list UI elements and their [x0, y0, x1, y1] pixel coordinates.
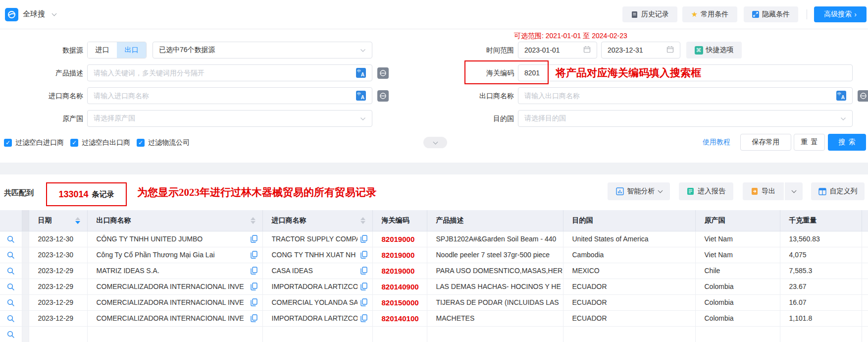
translate-icon[interactable]: 中 A [836, 91, 846, 101]
hide-conditions-button[interactable]: 隐藏条件 [744, 6, 798, 22]
column-header-date[interactable]: 日期 [29, 210, 87, 231]
dest-country-label: 目的国 [455, 110, 514, 127]
row-detail-magnifier-icon[interactable] [7, 315, 15, 323]
copy-icon[interactable] [360, 267, 367, 275]
export-file-icon [751, 187, 758, 195]
copy-icon[interactable] [251, 283, 257, 290]
row-detail-magnifier-icon[interactable] [7, 251, 15, 259]
product-desc-field: 中 A [87, 64, 372, 81]
cell-date: 2023-12-30 [29, 231, 87, 247]
row-detail-magnifier-icon[interactable] [7, 267, 15, 275]
cell-destination: ECUADOR [563, 310, 695, 326]
copy-icon[interactable] [251, 251, 257, 259]
match-mode-toggle-icon[interactable] [858, 90, 868, 102]
row-detail-magnifier-icon[interactable] [7, 299, 15, 307]
cell-exporter: CÔNG TY TNHH UNITED JUMBO [87, 231, 262, 247]
enter-report-button[interactable]: 进入报告 [679, 182, 733, 200]
checkbox-checked-icon: ✓ [4, 139, 12, 147]
reset-button[interactable]: 重置 [794, 134, 825, 151]
chevron-down-icon [840, 114, 846, 122]
cell-hs-code: 82019000 [372, 231, 427, 247]
cell-hs-code: 82019000 [372, 247, 427, 263]
column-header-hs-code: 海关编码 [372, 210, 427, 231]
dest-country-select[interactable]: 请选择目的国 [518, 110, 853, 127]
match-mode-toggle-icon[interactable] [377, 90, 389, 102]
exporter-name-input[interactable] [524, 92, 836, 100]
start-date-input[interactable]: 2023-01-01 [518, 42, 597, 58]
copy-icon[interactable] [251, 314, 257, 322]
filter-blank-importer-checkbox[interactable]: ✓ 过滤空白进口商 [4, 138, 64, 147]
copy-icon[interactable] [360, 283, 367, 290]
data-source-select[interactable]: 已选中76个数据源 [153, 42, 372, 58]
export-options-button[interactable] [785, 182, 803, 200]
cell-hs-code: 820150000 [372, 294, 427, 310]
custom-columns-button[interactable]: 自定义列 [811, 182, 865, 200]
app-switch-chevron-down-icon[interactable] [52, 11, 57, 16]
cell-importer: IMPORTADORA LARTIZCO [262, 310, 372, 326]
collapse-form-button[interactable] [423, 137, 447, 148]
cell-importer: CONG TY TNHH XUAT NH [262, 247, 372, 263]
copy-icon[interactable] [360, 235, 367, 243]
filter-label: 过滤空白出口商 [82, 138, 130, 147]
collapse-panel-icon [752, 11, 759, 18]
exporter-name-label: 出口商名称 [455, 87, 514, 104]
results-section: 共匹配到 133014 条记录 为您显示2023年进行过林木器械贸易的所有贸易记… [0, 174, 868, 342]
favorites-button[interactable]: ★ 常用条件 [682, 6, 737, 22]
history-button[interactable]: 历史记录 [622, 6, 677, 22]
origin-country-placeholder: 请选择原产国 [94, 114, 360, 123]
copy-icon[interactable] [251, 298, 257, 306]
sort-control[interactable] [75, 217, 80, 224]
filter-blank-exporter-checkbox[interactable]: ✓ 过滤空白出口商 [70, 138, 130, 147]
topbar-divider [807, 9, 807, 19]
product-desc-input[interactable] [94, 69, 356, 77]
translate-icon[interactable]: 中 A [356, 68, 366, 78]
cell-origin: Chile [695, 263, 780, 279]
topbar: 全球搜 历史记录 ★ 常用条件 隐藏条件 高级搜索 › [0, 0, 868, 29]
sort-control[interactable] [360, 217, 365, 224]
tutorial-link[interactable]: 使用教程 [703, 138, 730, 147]
row-detail-magnifier-icon[interactable] [7, 283, 15, 291]
filter-label: 过滤物流公司 [148, 138, 190, 147]
advanced-search-button[interactable]: 高级搜索 › [814, 6, 867, 22]
origin-country-select[interactable]: 请选择原产国 [87, 110, 372, 127]
data-source-selected-text: 已选中76个数据源 [159, 46, 215, 55]
chevron-down-icon [791, 188, 796, 193]
quick-options-label: 快捷选项 [706, 46, 734, 55]
cell-product: Noodle peeler 7 steel 37gr-500 piece [427, 247, 563, 263]
match-mode-toggle-icon[interactable] [377, 67, 389, 79]
translate-icon[interactable]: 中 A [356, 91, 366, 101]
copy-icon[interactable] [360, 251, 367, 259]
report-clipboard-icon [687, 187, 694, 195]
app-logo-icon[interactable] [5, 8, 18, 21]
checkbox-checked-icon: ✓ [70, 139, 78, 147]
end-date-input[interactable]: 2023-12-31 [601, 42, 680, 58]
cell-date: 2023-12-29 [29, 279, 87, 294]
tab-import[interactable]: 进口 [88, 42, 117, 58]
column-header-exporter[interactable]: 出口商名称 [87, 210, 262, 231]
cell-origin: Viet Nam [695, 247, 780, 263]
filter-logistics-checkbox[interactable]: ✓ 过滤物流公司 [137, 138, 190, 147]
cell-exporter: COMERCIALIZADORA INTERNACIONAL INVE [87, 294, 262, 310]
sort-control[interactable] [251, 217, 255, 224]
copy-icon[interactable] [360, 298, 367, 306]
copy-icon[interactable] [360, 314, 367, 322]
row-detail-magnifier-icon[interactable] [7, 331, 15, 339]
results-table: 日期 出口商名称 进口商名称 [0, 210, 868, 342]
column-header-clipped [862, 210, 868, 231]
quick-options-button[interactable]: ⌘ 快捷选项 [686, 42, 742, 58]
hs-code-label: 海关编码 [455, 64, 514, 81]
export-button[interactable]: 导出 [743, 182, 784, 200]
smart-analysis-button[interactable]: 智能分析 [608, 182, 670, 200]
tab-export[interactable]: 出口 [117, 42, 146, 58]
copy-icon[interactable] [251, 235, 257, 243]
copy-icon[interactable] [251, 267, 257, 275]
importer-name-input[interactable] [94, 92, 356, 100]
search-button[interactable]: 搜索 [828, 134, 866, 151]
column-header-importer[interactable]: 进口商名称 [262, 210, 372, 231]
column-header-origin: 原产国 [695, 210, 780, 231]
cell-destination: Cambodia [563, 247, 695, 263]
column-header-destination: 目的国 [563, 210, 695, 231]
save-conditions-button[interactable]: 保存常用 [740, 134, 791, 151]
section-divider [0, 163, 868, 174]
row-detail-magnifier-icon[interactable] [7, 235, 15, 243]
